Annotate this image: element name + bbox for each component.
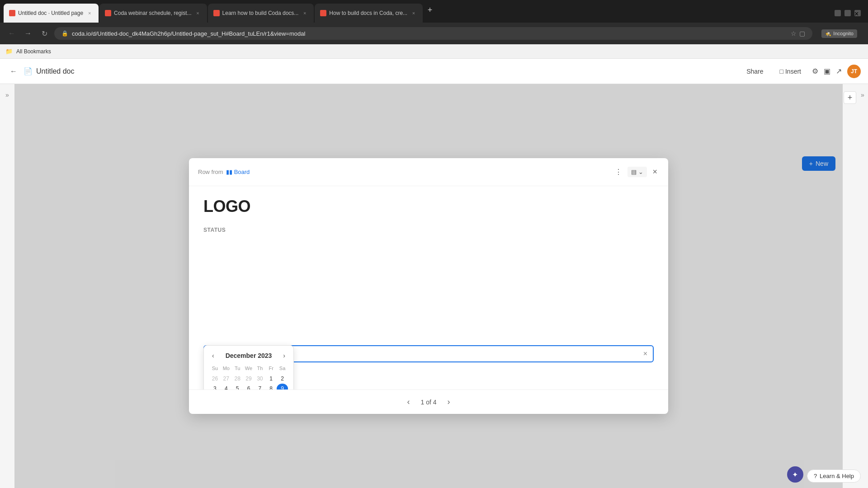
tab-1-close[interactable]: × — [86, 9, 93, 17]
tab-1[interactable]: Untitled doc · Untitled page × — [4, 4, 99, 23]
content-area: + New Row from ▮▮ Board — [14, 84, 843, 488]
browser-actions: 🕵 Incognito — [816, 29, 863, 38]
cal-day-28-prev[interactable]: 28 — [232, 374, 243, 384]
tab-2[interactable]: Coda webinar schedule, regist... × — [99, 4, 207, 23]
calendar-week-2: 3 4 5 6 7 8 9 — [209, 384, 288, 389]
calendar-month-label: December 2023 — [226, 352, 272, 359]
new-tab-button[interactable]: + — [424, 4, 436, 16]
insert-button[interactable]: □ Insert — [774, 65, 807, 78]
forward-button[interactable]: → — [22, 27, 34, 40]
tab-2-favicon — [105, 10, 111, 16]
url-text: coda.io/d/Untitled-doc_dk4MaGh2h6p/Untit… — [72, 30, 305, 37]
bottom-toolbar: ✦ ? Learn & Help — [0, 461, 868, 488]
tab-4-title: How to build docs in Coda, cre... — [329, 10, 407, 16]
browser-chrome: Untitled doc · Untitled page × Coda webi… — [0, 0, 868, 59]
view-chevron: ⌄ — [638, 169, 643, 175]
expand-icon[interactable]: ↗ — [836, 67, 842, 75]
star-icon[interactable]: ☆ — [791, 30, 797, 37]
cal-day-27-prev[interactable]: 27 — [221, 374, 232, 384]
right-panel-toggle-button[interactable]: » — [861, 91, 864, 99]
date-input-clear-button[interactable]: × — [643, 350, 647, 358]
tab-4-close[interactable]: × — [410, 9, 417, 17]
cal-day-4[interactable]: 4 — [221, 384, 232, 389]
board-link[interactable]: ▮▮ Board — [226, 169, 250, 175]
minimize-button[interactable] — [835, 10, 841, 16]
modal-header: Row from ▮▮ Board ⋮ ▤ ⌄ — [189, 158, 668, 186]
cal-day-9-selected[interactable]: 9 — [277, 384, 288, 389]
cal-day-30-prev[interactable]: 30 — [254, 374, 265, 384]
layout-toggle-icon[interactable]: ▣ — [824, 67, 830, 75]
modal-row-from: Row from ▮▮ Board — [198, 169, 250, 175]
day-fr: Fr — [265, 365, 277, 372]
day-sa: Sa — [277, 365, 288, 372]
right-panel-toggle: » — [857, 84, 868, 488]
sidebar-toggle-button[interactable]: » — [5, 91, 9, 99]
share-button[interactable]: Share — [741, 65, 769, 78]
calendar-week-1: 26 27 28 29 30 1 2 — [209, 374, 288, 384]
tab-2-title: Coda webinar schedule, regist... — [114, 10, 191, 16]
app-header: ← 📄 Untitled doc Share □ Insert ⚙ ▣ ↗ JT — [0, 59, 868, 84]
modal-header-actions: ⋮ ▤ ⌄ × — [613, 165, 659, 178]
ai-button[interactable]: ✦ — [787, 466, 803, 483]
tab-3-close[interactable]: × — [301, 9, 308, 17]
cal-day-6[interactable]: 6 — [243, 384, 255, 389]
calendar-header: ‹ December 2023 › — [209, 351, 288, 360]
cal-day-29-prev[interactable]: 29 — [243, 374, 255, 384]
more-options-icon[interactable]: ⋮ — [613, 166, 624, 178]
cal-day-2[interactable]: 2 — [277, 374, 288, 384]
modal-title: LOGO — [203, 197, 654, 216]
status-field-label: STATUS — [203, 227, 654, 233]
tab-4[interactable]: How to build docs in Coda, cre... × — [315, 4, 423, 23]
close-window-button[interactable]: × — [854, 10, 861, 16]
tab-3[interactable]: Learn how to build Coda docs... × — [208, 4, 314, 23]
view-icon: ▤ — [631, 169, 637, 175]
learn-help-label: Learn & Help — [820, 473, 854, 479]
cal-day-26-prev[interactable]: 26 — [209, 374, 221, 384]
right-sidebar: + — [843, 84, 857, 488]
day-we: We — [243, 365, 255, 372]
doc-icon: 📄 — [24, 67, 33, 76]
modal-body: LOGO STATUS ‹ December 2023 — [189, 186, 668, 389]
back-to-docs-button[interactable]: ← — [7, 65, 20, 78]
datepicker-popup: ‹ December 2023 › Su Mo — [203, 345, 294, 389]
url-bar[interactable]: 🔒 coda.io/d/Untitled-doc_dk4MaGh2h6p/Unt… — [54, 27, 812, 40]
url-actions: ☆ ▢ — [791, 30, 805, 37]
app-header-left: ← 📄 Untitled doc — [7, 65, 75, 78]
refresh-button[interactable]: ↻ — [38, 27, 51, 40]
board-label: Board — [234, 169, 250, 175]
modal-close-button[interactable]: × — [651, 165, 659, 178]
tab-3-favicon — [213, 10, 220, 16]
add-icon[interactable]: + — [844, 91, 856, 104]
avatar[interactable]: JT — [847, 65, 861, 78]
next-month-button[interactable]: › — [280, 351, 288, 360]
tab-2-close[interactable]: × — [194, 9, 202, 17]
calendar-week-header: Su Mo Tu We Th Fr Sa — [209, 365, 288, 372]
bookmarks-bar: 📁 All Bookmarks — [0, 44, 868, 59]
insert-label: Insert — [785, 68, 801, 75]
learn-help-icon: ? — [814, 473, 817, 479]
incognito-badge: 🕵 Incognito — [821, 29, 857, 38]
prev-month-button[interactable]: ‹ — [209, 351, 217, 360]
modal-footer: ‹ 1 of 4 › — [189, 389, 668, 414]
maximize-button[interactable] — [844, 10, 851, 16]
day-su: Su — [209, 365, 221, 372]
lock-icon: 🔒 — [61, 30, 68, 37]
cal-day-7[interactable]: 7 — [254, 384, 265, 389]
prev-record-button[interactable]: ‹ — [403, 395, 413, 408]
cal-day-3[interactable]: 3 — [209, 384, 221, 389]
board-icon: ▮▮ — [226, 169, 232, 175]
cal-day-1[interactable]: 1 — [265, 374, 277, 384]
view-toggle-button[interactable]: ▤ ⌄ — [627, 167, 647, 177]
settings-icon[interactable]: ⚙ — [812, 67, 818, 75]
bookmarks-label: All Bookmarks — [16, 48, 51, 55]
next-record-button[interactable]: › — [444, 395, 454, 408]
cal-day-8[interactable]: 8 — [265, 384, 277, 389]
learn-help-button[interactable]: ? Learn & Help — [807, 469, 861, 483]
row-from-label: Row from — [198, 169, 223, 175]
cal-day-5[interactable]: 5 — [232, 384, 243, 389]
split-screen-icon[interactable]: ▢ — [799, 30, 805, 37]
day-mo: Mo — [221, 365, 232, 372]
back-button[interactable]: ← — [5, 27, 18, 40]
status-field-section: STATUS ‹ December 2023 › — [203, 227, 654, 362]
modal-backdrop[interactable]: Row from ▮▮ Board ⋮ ▤ ⌄ — [14, 84, 843, 488]
